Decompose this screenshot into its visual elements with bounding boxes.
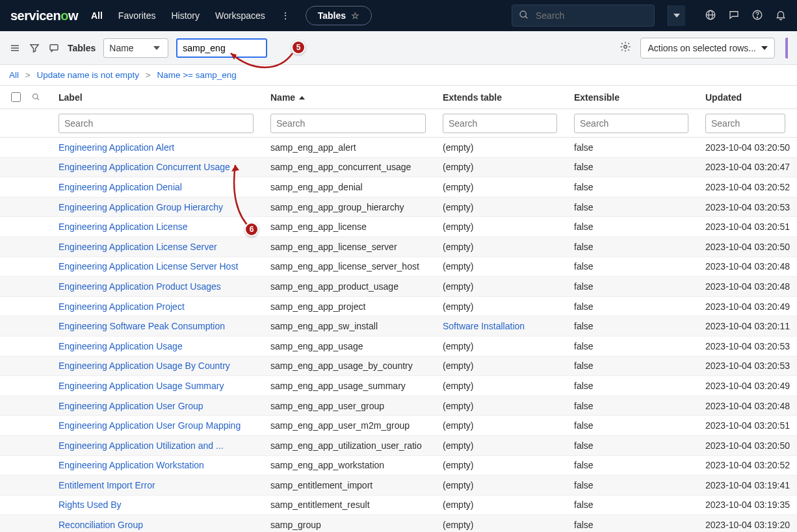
help-icon[interactable] <box>751 9 763 23</box>
record-link[interactable]: Engineering Application Utilization and … <box>59 440 224 451</box>
record-link[interactable]: Engineering Application Alert <box>59 142 174 153</box>
globe-icon[interactable] <box>705 9 716 23</box>
record-link[interactable]: Engineering Application License Server <box>59 242 217 252</box>
breadcrumb: All > Update name is not empty > Name >=… <box>0 65 797 86</box>
comment-icon[interactable] <box>48 42 60 54</box>
search-field-input[interactable] <box>176 38 267 58</box>
nav-workspaces[interactable]: Workspaces <box>215 10 265 21</box>
extends-link[interactable]: Software Installation <box>443 321 525 331</box>
cell-updated: 2023-10-04 03:20:48 <box>700 281 797 292</box>
col-header-name[interactable]: Name <box>265 92 438 103</box>
search-field-select[interactable]: Name <box>103 38 168 58</box>
star-icon[interactable]: ☆ <box>351 10 359 21</box>
col-header-updated[interactable]: Updated <box>700 92 797 103</box>
table-row[interactable]: Engineering Application Alertsamp_eng_ap… <box>0 138 797 158</box>
global-search-input[interactable] <box>536 10 654 21</box>
col-header-extensible[interactable]: Extensible <box>569 92 700 103</box>
record-link[interactable]: Engineering Application Usage By Country <box>59 361 230 371</box>
record-link[interactable]: Engineering Application License <box>59 222 187 232</box>
filter-icon[interactable] <box>29 42 40 54</box>
record-link[interactable]: Entitlement Import Error <box>59 480 155 490</box>
table-row[interactable]: Engineering Application License Server H… <box>0 257 797 277</box>
cell-updated: 2023-10-04 03:20:49 <box>700 301 797 312</box>
bell-icon[interactable] <box>775 9 787 23</box>
right-rail-handle[interactable] <box>785 38 788 58</box>
table-row[interactable]: Engineering Application User Group Mappi… <box>0 416 797 436</box>
actions-dropdown[interactable]: Actions on selected rows... <box>640 38 775 58</box>
table-row[interactable]: Engineering Application User Groupsamp_e… <box>0 396 797 416</box>
record-link[interactable]: Rights Used By <box>59 500 121 510</box>
breadcrumb-1[interactable]: Update name is not empty <box>36 70 139 80</box>
global-search[interactable] <box>512 5 655 27</box>
table-row[interactable]: Engineering Application Denialsamp_eng_a… <box>0 177 797 197</box>
record-link[interactable]: Engineering Application Group Hierarchy <box>59 202 223 212</box>
record-link[interactable]: Engineering Application Workstation <box>59 460 204 470</box>
table-row[interactable]: Entitlement Import Errorsamp_entitlement… <box>0 475 797 496</box>
col-header-extends[interactable]: Extends table <box>438 92 569 103</box>
col-header-label[interactable]: Label <box>53 92 265 103</box>
table-row[interactable]: Engineering Application Usagesamp_eng_ap… <box>0 336 797 357</box>
search-updated-input[interactable] <box>705 114 785 133</box>
table-row[interactable]: Engineering Application Usage By Country… <box>0 357 797 377</box>
record-link[interactable]: Engineering Application Project <box>59 301 185 312</box>
search-extends-input[interactable] <box>443 114 557 133</box>
cell-name: samp_eng_app_user_m2m_group <box>265 420 438 431</box>
record-link[interactable]: Engineering Application Concurrent Usage <box>59 162 230 172</box>
search-name-input[interactable] <box>270 114 426 133</box>
cell-extends: (empty) <box>438 341 569 351</box>
svg-line-17 <box>37 98 39 100</box>
breadcrumb-2[interactable]: Name >= samp_eng <box>157 70 236 80</box>
record-link[interactable]: Engineering Application Denial <box>59 182 182 192</box>
table-row[interactable]: Rights Used Bysamp_entitlement_result(em… <box>0 496 797 516</box>
record-link[interactable]: Engineering Application User Group Mappi… <box>59 420 241 431</box>
select-all-checkbox[interactable] <box>11 92 21 102</box>
svg-rect-11 <box>50 44 58 49</box>
nav-all[interactable]: All <box>91 10 103 21</box>
table-row[interactable]: Engineering Application Group Hierarchys… <box>0 197 797 218</box>
global-search-dropdown[interactable] <box>668 5 685 26</box>
table-row[interactable]: Engineering Application Workstationsamp_… <box>0 456 797 476</box>
record-link[interactable]: Engineering Application License Server H… <box>59 261 238 272</box>
nav-favorites[interactable]: Favorites <box>118 10 156 21</box>
list-title: Tables <box>68 43 96 53</box>
menu-icon[interactable] <box>9 42 21 54</box>
nav-history[interactable]: History <box>171 10 200 21</box>
annotation-badge-5: 5 <box>291 40 306 55</box>
tables-pill[interactable]: Tables ☆ <box>306 6 372 25</box>
table-row[interactable]: Engineering Application License Serversa… <box>0 237 797 257</box>
table-body: 6 Engineering Application Alertsamp_eng_… <box>0 138 797 532</box>
cell-name: samp_eng_app_workstation <box>265 460 438 470</box>
cell-updated: 2023-10-04 03:20:52 <box>700 460 797 470</box>
table-row[interactable]: Engineering Application Licensesamp_eng_… <box>0 217 797 237</box>
table-row[interactable]: Engineering Application Usage Summarysam… <box>0 376 797 396</box>
cell-updated: 2023-10-04 03:20:53 <box>700 361 797 371</box>
list-toolbar: Tables Name 5 Actions on selected rows..… <box>0 31 797 65</box>
row-search-icon[interactable] <box>31 92 53 102</box>
search-label-input[interactable] <box>59 114 254 133</box>
cell-updated: 2023-10-04 03:20:52 <box>700 182 797 192</box>
breadcrumb-all[interactable]: All <box>9 70 19 80</box>
search-extensible-input[interactable] <box>574 114 688 133</box>
nav-more-icon[interactable]: ⋮ <box>281 10 290 21</box>
table-row[interactable]: Engineering Software Peak Consumptionsam… <box>0 316 797 336</box>
record-link[interactable]: Engineering Application Usage <box>59 341 183 351</box>
cell-extensible: false <box>569 301 700 312</box>
chat-icon[interactable] <box>728 9 740 23</box>
table-row[interactable]: Engineering Application Utilization and … <box>0 436 797 456</box>
cell-extends: (empty) <box>438 182 569 192</box>
table-row[interactable]: Engineering Application Projectsamp_eng_… <box>0 297 797 317</box>
cell-extensible: false <box>569 142 700 153</box>
record-link[interactable]: Engineering Application User Group <box>59 401 203 411</box>
cell-extends: (empty) <box>438 261 569 272</box>
table-row[interactable]: Engineering Application Concurrent Usage… <box>0 158 797 178</box>
cell-extensible: false <box>569 321 700 331</box>
brand-logo[interactable]: servicenow <box>10 8 78 23</box>
record-link[interactable]: Engineering Application Usage Summary <box>59 381 224 391</box>
cell-updated: 2023-10-04 03:20:53 <box>700 341 797 351</box>
table-row[interactable]: Reconciliation Groupsamp_group(empty)fal… <box>0 515 797 532</box>
record-link[interactable]: Reconciliation Group <box>59 520 143 530</box>
record-link[interactable]: Engineering Application Product Usages <box>59 281 221 292</box>
record-link[interactable]: Engineering Software Peak Consumption <box>59 321 225 331</box>
gear-icon[interactable] <box>620 41 631 55</box>
table-row[interactable]: Engineering Application Product Usagessa… <box>0 277 797 297</box>
